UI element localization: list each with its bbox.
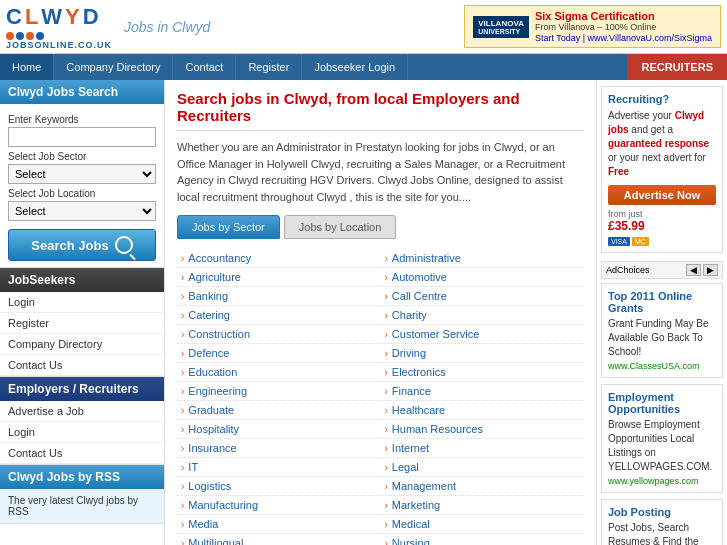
- chevron-icon: ›: [181, 310, 184, 321]
- list-item[interactable]: ›Agriculture: [177, 268, 381, 287]
- list-item[interactable]: ›Multilingual: [177, 534, 381, 545]
- sector-select[interactable]: Select: [8, 164, 156, 184]
- logo-letter-d: D: [83, 4, 101, 30]
- chevron-icon: ›: [385, 329, 388, 340]
- chevron-icon: ›: [181, 443, 184, 454]
- search-button[interactable]: Search Jobs: [8, 229, 156, 261]
- chevron-icon: ›: [181, 386, 184, 397]
- list-item[interactable]: ›Media: [177, 515, 381, 534]
- chevron-icon: ›: [181, 500, 184, 511]
- ad-title-3: Job Posting: [608, 506, 716, 518]
- chevron-icon: ›: [181, 481, 184, 492]
- list-item[interactable]: ›Accountancy: [177, 249, 381, 268]
- list-item[interactable]: ›Healthcare: [381, 401, 585, 420]
- list-item[interactable]: ›Medical: [381, 515, 585, 534]
- logo-area: C L W Y D JOBSONLINE.CO.UK Jobs in Clwyd: [6, 4, 210, 50]
- rss-section: Clwyd Jobs by RSS The very latest Clwyd …: [0, 465, 164, 524]
- visa-icon: VISA: [608, 237, 630, 246]
- jobseekers-contact-us[interactable]: Contact Us: [0, 355, 164, 376]
- sector-label: Select Job Sector: [8, 151, 156, 162]
- header-tagline: Jobs in Clwyd: [124, 19, 210, 35]
- rss-text: The very latest Clwyd jobs by RSS: [8, 495, 138, 517]
- logo-letter-y: Y: [65, 4, 82, 30]
- list-item[interactable]: ›Logistics: [177, 477, 381, 496]
- list-item[interactable]: ›Electronics: [381, 363, 585, 382]
- list-item[interactable]: ›Legal: [381, 458, 585, 477]
- jobseekers-login[interactable]: Login: [0, 292, 164, 313]
- list-item[interactable]: ›Human Resources: [381, 420, 585, 439]
- chevron-icon: ›: [385, 424, 388, 435]
- tabs-bar: Jobs by Sector Jobs by Location: [177, 215, 584, 239]
- list-item[interactable]: ›Banking: [177, 287, 381, 306]
- chevron-icon: ›: [181, 291, 184, 302]
- mastercard-icon: MC: [632, 237, 649, 246]
- ad-next-button[interactable]: ▶: [703, 264, 718, 276]
- list-item[interactable]: ›Call Centre: [381, 287, 585, 306]
- list-item[interactable]: ›Hospitality: [177, 420, 381, 439]
- list-item[interactable]: ›Catering: [177, 306, 381, 325]
- nav-recruiters[interactable]: RECRUITERS: [627, 54, 727, 80]
- list-item[interactable]: ›Manufacturing: [177, 496, 381, 515]
- nav-contact[interactable]: Contact: [173, 54, 236, 80]
- left-sidebar: Clwyd Jobs Search Enter Keywords Select …: [0, 80, 165, 545]
- ad-text-1: Grant Funding May Be Available Go Back T…: [608, 317, 716, 359]
- list-item[interactable]: ›Finance: [381, 382, 585, 401]
- nav-company-directory[interactable]: Company Directory: [54, 54, 173, 80]
- rss-body: The very latest Clwyd jobs by RSS: [0, 489, 164, 523]
- list-item[interactable]: ›Internet: [381, 439, 585, 458]
- tab-jobs-by-sector[interactable]: Jobs by Sector: [177, 215, 280, 239]
- ad-prev-button[interactable]: ◀: [686, 264, 701, 276]
- keywords-label: Enter Keywords: [8, 114, 156, 125]
- logo[interactable]: C L W Y D JOBSONLINE.CO.UK: [6, 4, 112, 50]
- ad-box-3[interactable]: Job Posting Post Jobs, Search Resumes & …: [601, 499, 723, 545]
- chevron-icon: ›: [385, 538, 388, 546]
- rss-title: Clwyd Jobs by RSS: [0, 465, 164, 489]
- list-item[interactable]: ›Management: [381, 477, 585, 496]
- list-item[interactable]: ›Charity: [381, 306, 585, 325]
- ad-box-1[interactable]: Top 2011 Online Grants Grant Funding May…: [601, 283, 723, 378]
- list-item[interactable]: ›Automotive: [381, 268, 585, 287]
- employers-contact[interactable]: Contact Us: [0, 443, 164, 464]
- logo-sub: JOBSONLINE.CO.UK: [6, 40, 112, 50]
- list-item[interactable]: ›Education: [177, 363, 381, 382]
- keywords-input[interactable]: [8, 127, 156, 147]
- list-item[interactable]: ›Administrative: [381, 249, 585, 268]
- list-item[interactable]: ›Nursing: [381, 534, 585, 545]
- right-sidebar: Recruiting? Advertise your Clwyd jobs an…: [597, 80, 727, 545]
- header-ad[interactable]: VILLANOVA UNIVERSITY Six Sigma Certifica…: [464, 5, 721, 48]
- list-item[interactable]: ›Engineering: [177, 382, 381, 401]
- advertise-now-button[interactable]: Advertise Now: [608, 185, 716, 205]
- list-item[interactable]: ›Defence: [177, 344, 381, 363]
- header-ad-text: Six Sigma Certification From Villanova –…: [535, 10, 712, 43]
- ad-box-2[interactable]: Employment Opportunities Browse Employme…: [601, 384, 723, 493]
- list-item[interactable]: ›IT: [177, 458, 381, 477]
- tab-jobs-by-location[interactable]: Jobs by Location: [284, 215, 397, 239]
- list-item[interactable]: ›Graduate: [177, 401, 381, 420]
- chevron-icon: ›: [181, 253, 184, 264]
- nav-jobseeker-login[interactable]: Jobseeker Login: [302, 54, 408, 80]
- chevron-icon: ›: [385, 443, 388, 454]
- nav-register[interactable]: Register: [236, 54, 302, 80]
- chevron-icon: ›: [181, 329, 184, 340]
- list-item[interactable]: ›Marketing: [381, 496, 585, 515]
- list-item[interactable]: ›Insurance: [177, 439, 381, 458]
- logo-letter-l: L: [25, 4, 40, 30]
- employers-advertise[interactable]: Advertise a Job: [0, 401, 164, 422]
- search-button-label: Search Jobs: [31, 238, 108, 253]
- villanova-logo: VILLANOVA UNIVERSITY: [473, 16, 529, 38]
- list-item[interactable]: ›Construction: [177, 325, 381, 344]
- ad-cta-link[interactable]: Start Today | www.VillanovaU.com/SixSigm…: [535, 33, 712, 43]
- jobseekers-company-directory[interactable]: Company Directory: [0, 334, 164, 355]
- search-body: Enter Keywords Select Job Sector Select …: [0, 104, 164, 267]
- ad-text-3: Post Jobs, Search Resumes & Find the Rig…: [608, 521, 716, 545]
- list-item[interactable]: ›Driving: [381, 344, 585, 363]
- chevron-icon: ›: [385, 481, 388, 492]
- nav-home[interactable]: Home: [0, 54, 54, 80]
- search-icon: [115, 236, 133, 254]
- jobseekers-register[interactable]: Register: [0, 313, 164, 334]
- employers-login[interactable]: Login: [0, 422, 164, 443]
- location-select[interactable]: Select: [8, 201, 156, 221]
- list-item[interactable]: ›Customer Service: [381, 325, 585, 344]
- ad-title: Six Sigma Certification: [535, 10, 712, 22]
- chevron-icon: ›: [181, 272, 184, 283]
